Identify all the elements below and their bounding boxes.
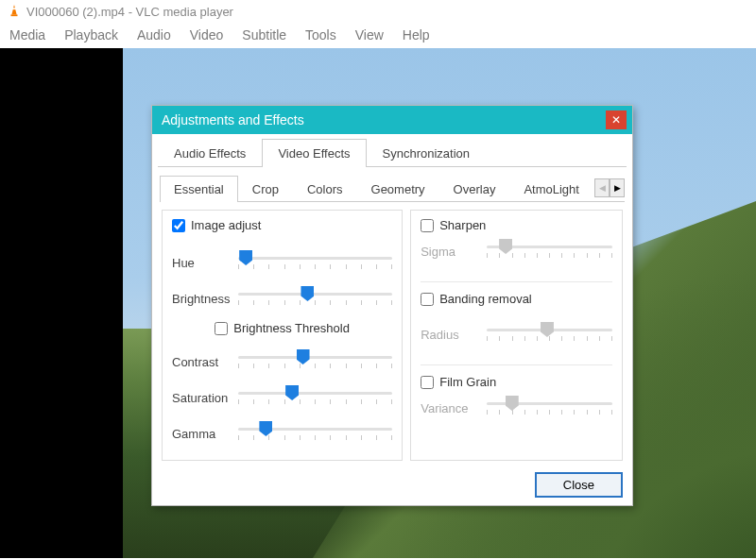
brightness-row: Brightness [172, 285, 392, 312]
image-adjust-group: Image adjust Hue Brightness [162, 210, 403, 461]
svg-rect-2 [11, 14, 18, 16]
sharpen-group: Sharpen Sigma [421, 218, 612, 282]
subtab-overlay[interactable]: Overlay [439, 176, 510, 202]
filmgrain-group: Film Grain Variance [421, 375, 612, 438]
hue-label: Hue [172, 256, 232, 270]
menu-subtitle[interactable]: Subtitle [242, 27, 286, 42]
image-adjust-label: Image adjust [191, 218, 261, 232]
menubar: Media Playback Audio Video Subtitle Tool… [0, 24, 756, 48]
close-button[interactable]: Close [535, 472, 623, 498]
radius-label: Radius [421, 328, 481, 342]
brightness-threshold-label: Brightness Threshold [233, 321, 350, 335]
saturation-slider[interactable] [238, 384, 392, 411]
sub-tabs: Essential Crop Colors Geometry Overlay A… [160, 175, 594, 201]
sharpen-checkbox-input[interactable] [421, 219, 434, 232]
gamma-label: Gamma [172, 427, 232, 441]
sigma-label: Sigma [421, 245, 481, 259]
image-adjust-checkbox[interactable]: Image adjust [172, 218, 392, 232]
sigma-row: Sigma [421, 238, 612, 264]
essential-panel: Image adjust Hue Brightness [152, 202, 632, 466]
subtab-essential[interactable]: Essential [160, 176, 238, 202]
menu-view[interactable]: View [355, 27, 384, 42]
variance-label: Variance [421, 401, 481, 415]
saturation-row: Saturation [172, 384, 392, 411]
brightness-threshold-row: Brightness Threshold [172, 321, 392, 341]
adjustments-effects-dialog: Adjustments and Effects ✕ Audio Effects … [151, 105, 633, 506]
variance-slider [487, 395, 612, 421]
image-adjust-checkbox-input[interactable] [172, 219, 185, 232]
filmgrain-label: Film Grain [439, 375, 496, 389]
hue-slider[interactable] [238, 249, 392, 276]
menu-audio[interactable]: Audio [137, 27, 171, 42]
brightness-threshold-checkbox-input[interactable] [215, 322, 228, 335]
brightness-label: Brightness [172, 292, 232, 306]
contrast-slider[interactable] [238, 348, 392, 375]
radius-row: Radius [421, 321, 612, 347]
menu-tools[interactable]: Tools [305, 27, 336, 42]
menu-playback[interactable]: Playback [64, 27, 118, 42]
tab-synchronization[interactable]: Synchronization [367, 139, 487, 167]
dialog-title: Adjustments and Effects [162, 112, 304, 127]
banding-group: Banding removal Radius [421, 292, 612, 365]
banding-checkbox-input[interactable] [421, 293, 434, 306]
banding-label: Banding removal [439, 292, 532, 306]
dialog-footer: Close [152, 466, 632, 505]
subtab-scroll-left[interactable]: ◀ [594, 178, 610, 197]
right-groups: Sharpen Sigma Banding removal [410, 210, 623, 461]
subtab-scroll-right[interactable]: ▶ [610, 178, 625, 197]
variance-row: Variance [421, 395, 612, 421]
hue-row: Hue [172, 249, 392, 276]
subtab-geometry[interactable]: Geometry [357, 176, 439, 202]
dialog-titlebar[interactable]: Adjustments and Effects ✕ [152, 106, 632, 134]
saturation-label: Saturation [172, 391, 232, 405]
vlc-cone-icon [8, 4, 21, 20]
tab-audio-effects[interactable]: Audio Effects [158, 139, 262, 167]
banding-checkbox[interactable]: Banding removal [421, 292, 612, 306]
sigma-slider [487, 238, 612, 264]
sharpen-checkbox[interactable]: Sharpen [421, 218, 612, 232]
sub-tabs-wrap: Essential Crop Colors Geometry Overlay A… [160, 175, 625, 202]
contrast-row: Contrast [172, 348, 392, 375]
main-tabs: Audio Effects Video Effects Synchronizat… [158, 138, 627, 167]
menu-video[interactable]: Video [190, 27, 224, 42]
brightness-threshold-checkbox[interactable]: Brightness Threshold [215, 321, 350, 335]
svg-rect-1 [12, 8, 16, 9]
subtab-colors[interactable]: Colors [293, 176, 357, 202]
menu-media[interactable]: Media [9, 27, 45, 42]
brightness-slider[interactable] [238, 285, 392, 312]
menu-help[interactable]: Help [403, 27, 430, 42]
filmgrain-checkbox-input[interactable] [421, 376, 434, 389]
tab-video-effects[interactable]: Video Effects [262, 139, 366, 167]
subtab-crop[interactable]: Crop [238, 176, 293, 202]
subtab-scroll: ◀ ▶ [594, 178, 625, 197]
sharpen-label: Sharpen [439, 218, 486, 232]
window-titlebar: VI000060 (2).mp4 - VLC media player [0, 0, 756, 24]
gamma-row: Gamma [172, 420, 392, 447]
radius-slider [487, 321, 612, 347]
contrast-label: Contrast [172, 355, 232, 369]
gamma-slider[interactable] [238, 420, 392, 447]
filmgrain-checkbox[interactable]: Film Grain [421, 375, 612, 389]
window-title: VI000060 (2).mp4 - VLC media player [26, 5, 233, 19]
dialog-close-icon[interactable]: ✕ [606, 110, 627, 129]
subtab-atmolight[interactable]: AtmoLight [509, 176, 593, 202]
video-area: Adjustments and Effects ✕ Audio Effects … [0, 48, 756, 558]
